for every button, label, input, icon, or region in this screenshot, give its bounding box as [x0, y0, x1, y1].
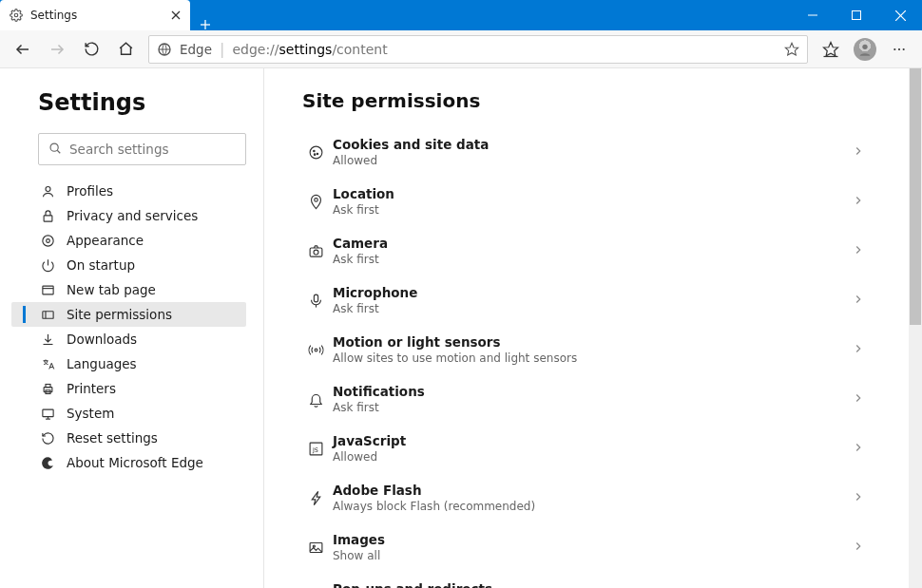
sidebar-item-label: Languages: [67, 356, 137, 371]
sidebar-item-profiles[interactable]: Profiles: [11, 179, 246, 203]
permission-popups[interactable]: Pop-ups and redirectsBlocked: [302, 572, 865, 588]
tabstrip: Settings: [0, 0, 221, 30]
sidebar-item-system[interactable]: System: [11, 401, 246, 426]
image-icon: [302, 540, 329, 556]
permission-subtitle: Ask first: [333, 302, 852, 315]
sidebar-item-label: New tab page: [67, 282, 156, 297]
permission-notifications[interactable]: NotificationsAsk first: [302, 374, 865, 424]
favorite-star-icon[interactable]: [784, 42, 799, 57]
scrollbar-track[interactable]: [909, 68, 922, 588]
separator: |: [220, 40, 224, 58]
flash-icon: [302, 490, 329, 506]
sidebar-item-startup[interactable]: On startup: [11, 253, 246, 277]
chevron-right-icon: [852, 341, 865, 359]
svg-rect-6: [853, 11, 861, 20]
power-icon: [40, 257, 55, 273]
sidebar-item-printers[interactable]: Printers: [11, 376, 246, 401]
svg-rect-26: [42, 286, 52, 294]
permission-title: Microphone: [333, 285, 852, 300]
sidebar-item-label: Profiles: [67, 183, 113, 199]
permission-subtitle: Ask first: [333, 253, 852, 266]
sensors-icon: [302, 342, 329, 358]
titlebar: Settings: [0, 0, 922, 30]
site-identity-icon: [157, 42, 172, 57]
svg-marker-13: [824, 42, 838, 55]
sidebar-item-languages[interactable]: Languages: [11, 351, 246, 376]
permission-images[interactable]: ImagesShow all: [302, 522, 865, 572]
sidebar-item-label: System: [67, 406, 114, 421]
permission-subtitle: Always block Flash (recommended): [333, 500, 852, 513]
sidebar-item-downloads[interactable]: Downloads: [11, 327, 246, 351]
reset-icon: [40, 430, 55, 446]
favorites-button[interactable]: [816, 34, 846, 65]
appearance-icon: [40, 233, 55, 248]
permission-location[interactable]: LocationAsk first: [302, 177, 865, 226]
svg-point-38: [310, 146, 322, 159]
sidebar-item-about[interactable]: About Microsoft Edge: [11, 450, 246, 475]
back-button[interactable]: [8, 34, 38, 65]
gear-icon: [10, 9, 23, 22]
svg-point-47: [315, 349, 317, 351]
svg-point-19: [50, 143, 58, 151]
permission-javascript[interactable]: JS JavaScriptAllowed: [302, 424, 865, 473]
refresh-button[interactable]: [76, 34, 106, 65]
sidebar: Settings Profiles Privacy and services A…: [0, 68, 264, 588]
home-button[interactable]: [110, 34, 141, 65]
location-icon: [302, 194, 329, 210]
svg-rect-35: [42, 409, 52, 417]
close-window-button[interactable]: [878, 0, 922, 30]
permission-subtitle: Ask first: [333, 401, 852, 414]
permission-sensors[interactable]: Motion or light sensorsAllow sites to us…: [302, 325, 865, 374]
maximize-button[interactable]: [835, 0, 878, 30]
close-tab-icon[interactable]: [171, 10, 181, 20]
sidebar-item-label: Site permissions: [67, 307, 172, 322]
permission-title: Motion or light sensors: [333, 334, 852, 350]
new-tab-button[interactable]: [190, 19, 221, 30]
permission-subtitle: Allowed: [333, 154, 852, 167]
search-input[interactable]: [69, 142, 236, 157]
site-identity-label: Edge: [180, 42, 212, 57]
sidebar-item-newtab[interactable]: New tab page: [11, 277, 246, 302]
chevron-right-icon: [852, 539, 865, 557]
permission-subtitle: Allowed: [333, 450, 852, 464]
scrollbar-thumb[interactable]: [910, 68, 921, 325]
svg-marker-12: [785, 43, 797, 55]
chevron-right-icon: [852, 489, 865, 507]
sidebar-item-appearance[interactable]: Appearance: [11, 228, 246, 253]
bell-icon: [302, 391, 329, 408]
permission-subtitle: Allow sites to use motion and light sens…: [333, 351, 852, 365]
tab-settings[interactable]: Settings: [0, 0, 190, 30]
sidebar-item-reset[interactable]: Reset settings: [11, 426, 246, 450]
sidebar-item-label: On startup: [67, 257, 135, 273]
chevron-right-icon: [852, 440, 865, 458]
search-icon: [48, 141, 62, 159]
profile-avatar[interactable]: [850, 34, 880, 65]
download-icon: [40, 332, 55, 347]
toolbar: Edge | edge://settings/content: [0, 30, 922, 68]
permission-camera[interactable]: CameraAsk first: [302, 226, 865, 275]
permission-title: Adobe Flash: [333, 483, 852, 498]
sidebar-item-label: Printers: [67, 381, 116, 396]
forward-button[interactable]: [42, 34, 72, 65]
microphone-icon: [302, 293, 329, 309]
svg-point-15: [862, 44, 867, 48]
sidebar-menu: Profiles Privacy and services Appearance…: [11, 179, 246, 475]
chevron-right-icon: [852, 390, 865, 408]
svg-rect-28: [42, 311, 52, 318]
camera-icon: [302, 243, 329, 259]
svg-rect-45: [314, 294, 317, 302]
chevron-right-icon: [852, 242, 865, 260]
page-title: Site permissions: [302, 89, 922, 112]
search-container[interactable]: [38, 133, 246, 165]
settings-heading: Settings: [38, 89, 246, 116]
address-bar[interactable]: Edge | edge://settings/content: [148, 35, 808, 64]
minimize-button[interactable]: [791, 0, 835, 30]
permission-microphone[interactable]: MicrophoneAsk first: [302, 275, 865, 325]
sidebar-item-site-permissions[interactable]: Site permissions: [11, 302, 246, 327]
permission-flash[interactable]: Adobe FlashAlways block Flash (recommend…: [302, 473, 865, 522]
menu-button[interactable]: [884, 34, 914, 65]
sidebar-item-privacy[interactable]: Privacy and services: [11, 203, 246, 228]
profile-icon: [40, 183, 55, 199]
permission-cookies[interactable]: Cookies and site dataAllowed: [302, 127, 865, 177]
edge-icon: [40, 455, 55, 470]
